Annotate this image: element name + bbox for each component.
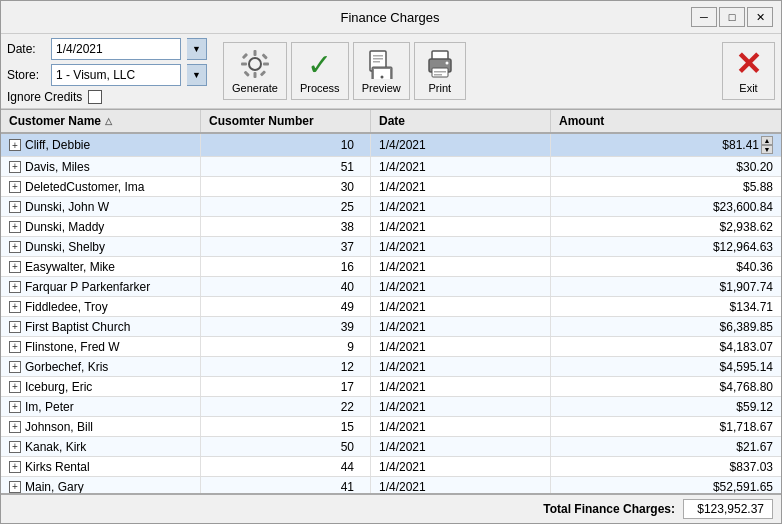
name-cell: +Easywalter, Mike (1, 257, 201, 276)
date-dropdown-button[interactable]: ▼ (187, 38, 207, 60)
expand-button[interactable]: + (9, 401, 21, 413)
number-cell: 17 (201, 377, 371, 396)
svg-rect-11 (373, 58, 383, 60)
generate-button[interactable]: Generate (223, 42, 287, 100)
process-button[interactable]: ✓ Process (291, 42, 349, 100)
spin-down-button[interactable]: ▼ (761, 145, 773, 154)
table-row[interactable]: +Easywalter, Mike161/4/2021$40.36 (1, 257, 781, 277)
date-cell: 1/4/2021 (371, 257, 551, 276)
minimize-button[interactable]: ─ (691, 7, 717, 27)
customer-name: Dunski, Maddy (25, 220, 104, 234)
preview-button[interactable]: Preview (353, 42, 410, 100)
number-cell: 25 (201, 197, 371, 216)
table-row[interactable]: +Johnson, Bill151/4/2021$1,718.67 (1, 417, 781, 437)
expand-button[interactable]: + (9, 261, 21, 273)
name-cell: +Dunski, Shelby (1, 237, 201, 256)
amount-value: $30.20 (736, 160, 773, 174)
number-cell: 51 (201, 157, 371, 176)
table-row[interactable]: +Farquar P Parkenfarker401/4/2021$1,907.… (1, 277, 781, 297)
toolbar: Date: ▼ Store: ▼ Ignore Credits (1, 34, 781, 109)
table-row[interactable]: +Kanak, Kirk501/4/2021$21.67 (1, 437, 781, 457)
maximize-button[interactable]: □ (719, 7, 745, 27)
ignore-credits-checkbox[interactable] (88, 90, 102, 104)
expand-button[interactable]: + (9, 461, 21, 473)
customer-name: Kanak, Kirk (25, 440, 86, 454)
customer-name: Gorbechef, Kris (25, 360, 108, 374)
date-cell: 1/4/2021 (371, 337, 551, 356)
expand-button[interactable]: + (9, 381, 21, 393)
title-bar: Finance Charges ─ □ ✕ (1, 1, 781, 34)
expand-button[interactable]: + (9, 321, 21, 333)
number-cell: 37 (201, 237, 371, 256)
store-row: Store: ▼ (7, 64, 207, 86)
customer-name: Dunski, John W (25, 200, 109, 214)
close-button[interactable]: ✕ (747, 7, 773, 27)
svg-rect-12 (373, 61, 380, 63)
col-customer-number: Cusomter Number (201, 110, 371, 132)
amount-cell: $40.36 (551, 257, 781, 276)
name-cell: +Main, Gary (1, 477, 201, 493)
preview-icon (365, 48, 397, 80)
table-row[interactable]: +Davis, Miles511/4/2021$30.20 (1, 157, 781, 177)
spin-up-button[interactable]: ▲ (761, 136, 773, 145)
table-row[interactable]: +Fiddledee, Troy491/4/2021$134.71 (1, 297, 781, 317)
amount-cell: $81.41▲▼ (551, 134, 781, 156)
table-row[interactable]: +Dunski, John W251/4/2021$23,600.84 (1, 197, 781, 217)
table-row[interactable]: +Flinstone, Fred W91/4/2021$4,183.07 (1, 337, 781, 357)
spin-buttons: ▲▼ (761, 136, 773, 154)
window-title: Finance Charges (89, 10, 691, 25)
number-cell: 39 (201, 317, 371, 336)
expand-button[interactable]: + (9, 301, 21, 313)
expand-button[interactable]: + (9, 361, 21, 373)
exit-button[interactable]: ✕ Exit (722, 42, 775, 100)
expand-button[interactable]: + (9, 221, 21, 233)
expand-button[interactable]: + (9, 201, 21, 213)
table-header: Customer Name △ Cusomter Number Date Amo… (1, 109, 781, 134)
table-row[interactable]: +DeletedCustomer, Ima301/4/2021$5.88 (1, 177, 781, 197)
print-button[interactable]: Print (414, 42, 466, 100)
name-cell: +Gorbechef, Kris (1, 357, 201, 376)
print-icon (424, 48, 456, 80)
print-label: Print (428, 82, 451, 94)
customer-name: Easywalter, Mike (25, 260, 115, 274)
expand-button[interactable]: + (9, 441, 21, 453)
table-row[interactable]: +Cliff, Debbie101/4/2021$81.41▲▼ (1, 134, 781, 157)
table-row[interactable]: +Dunski, Shelby371/4/2021$12,964.63 (1, 237, 781, 257)
amount-cell: $12,964.63 (551, 237, 781, 256)
amount-value: $59.12 (736, 400, 773, 414)
table-row[interactable]: +Gorbechef, Kris121/4/2021$4,595.14 (1, 357, 781, 377)
expand-button[interactable]: + (9, 481, 21, 493)
customer-name: Im, Peter (25, 400, 74, 414)
exit-label: Exit (739, 82, 757, 94)
process-label: Process (300, 82, 340, 94)
expand-button[interactable]: + (9, 341, 21, 353)
date-cell: 1/4/2021 (371, 277, 551, 296)
store-input[interactable] (51, 64, 181, 86)
table-row[interactable]: +Iceburg, Eric171/4/2021$4,768.80 (1, 377, 781, 397)
expand-button[interactable]: + (9, 421, 21, 433)
table-row[interactable]: +Dunski, Maddy381/4/2021$2,938.62 (1, 217, 781, 237)
table-row[interactable]: +Main, Gary411/4/2021$52,591.65 (1, 477, 781, 493)
svg-point-0 (249, 58, 261, 70)
expand-button[interactable]: + (9, 281, 21, 293)
number-cell: 41 (201, 477, 371, 493)
name-cell: +Dunski, John W (1, 197, 201, 216)
table-row[interactable]: +First Baptist Church391/4/2021$6,389.85 (1, 317, 781, 337)
expand-button[interactable]: + (9, 139, 21, 151)
svg-point-15 (381, 76, 384, 79)
name-cell: +DeletedCustomer, Ima (1, 177, 201, 196)
amount-value: $134.71 (730, 300, 773, 314)
number-cell: 22 (201, 397, 371, 416)
table-body: +Cliff, Debbie101/4/2021$81.41▲▼+Davis, … (1, 134, 781, 493)
expand-button[interactable]: + (9, 161, 21, 173)
svg-rect-1 (253, 50, 256, 56)
table-row[interactable]: +Kirks Rental441/4/2021$837.03 (1, 457, 781, 477)
store-dropdown-button[interactable]: ▼ (187, 64, 207, 86)
table-row[interactable]: +Im, Peter221/4/2021$59.12 (1, 397, 781, 417)
expand-button[interactable]: + (9, 241, 21, 253)
col-date: Date (371, 110, 551, 132)
date-input[interactable] (51, 38, 181, 60)
expand-button[interactable]: + (9, 181, 21, 193)
date-cell: 1/4/2021 (371, 397, 551, 416)
name-cell: +Fiddledee, Troy (1, 297, 201, 316)
